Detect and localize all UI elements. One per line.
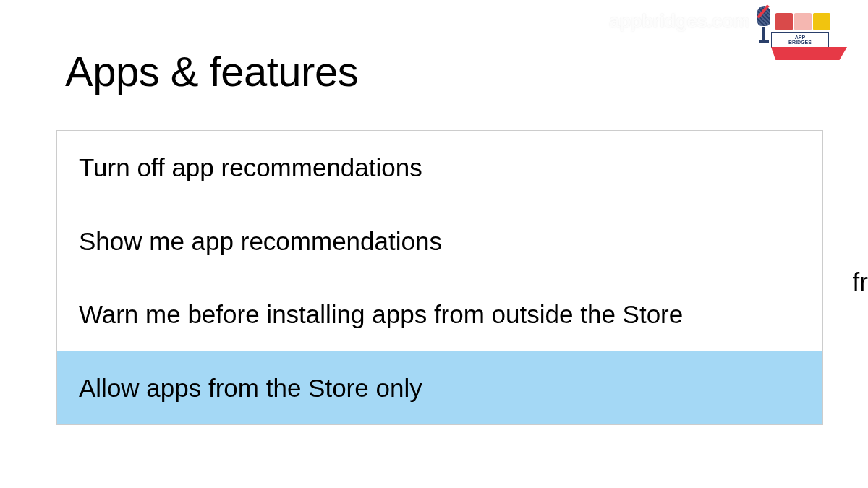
ship-logo: APP BRIDGES: [771, 32, 847, 59]
watermark: appbridges.com APP BRIDGES: [609, 6, 855, 67]
dropdown-item-store-only[interactable]: Allow apps from the Store only: [57, 351, 822, 425]
dropdown-item-warn-outside-store[interactable]: Warn me before installing apps from outs…: [57, 278, 822, 351]
watermark-text: appbridges.com: [609, 10, 749, 33]
cutoff-text: fr: [853, 267, 868, 296]
logo-text-top: APP: [795, 35, 805, 40]
watermark-logo: APP BRIDGES: [754, 6, 855, 67]
dropdown-list[interactable]: Turn off app recommendations Show me app…: [56, 130, 823, 425]
dropdown-item-show-recommendations[interactable]: Show me app recommendations: [57, 205, 822, 278]
dropdown-item-turn-off-recommendations[interactable]: Turn off app recommendations: [57, 131, 822, 205]
logo-text-bottom: BRIDGES: [788, 40, 812, 45]
logo-tiles: [775, 13, 830, 30]
